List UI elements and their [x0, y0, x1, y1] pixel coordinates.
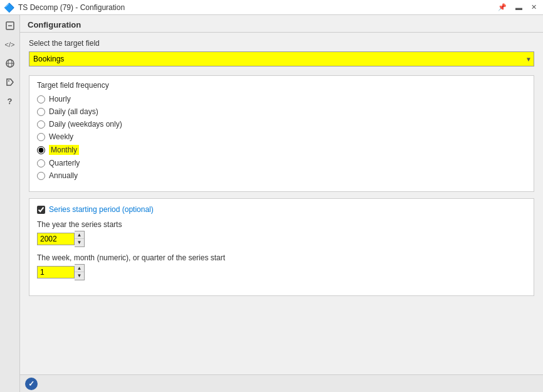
year-decrement-button[interactable]: ▼	[75, 239, 84, 246]
year-spinner: ▲ ▼	[37, 231, 87, 247]
period-field-group: The week, month (numeric), or quarter of…	[37, 253, 526, 280]
target-field-dropdown[interactable]: Bookings	[29, 51, 534, 66]
series-header: Series starting period (optional)	[37, 205, 526, 214]
series-checkbox[interactable]	[37, 206, 45, 214]
radio-monthly-input[interactable]	[37, 146, 45, 154]
panel-title: Configuration	[28, 20, 81, 29]
status-icon: ✓	[25, 378, 38, 390]
year-increment-button[interactable]: ▲	[75, 231, 84, 239]
pin-button[interactable]: 📌	[495, 3, 509, 11]
bottom-bar: ✓	[20, 374, 543, 392]
radio-weekly-input[interactable]	[37, 133, 45, 141]
radio-weekly[interactable]: Weekly	[37, 132, 526, 141]
period-decrement-button[interactable]: ▼	[75, 272, 84, 280]
main-layout: </> ? Configuration Select the target fi…	[0, 15, 543, 392]
title-bar-icon: 🔷	[4, 3, 14, 13]
frequency-group: Target field frequency Hourly Daily (all…	[29, 75, 534, 192]
window-title: TS Decomp (79) - Configuration	[18, 3, 125, 12]
content-panel: Configuration Select the target field Bo…	[20, 15, 543, 392]
radio-annually-label: Annually	[49, 171, 78, 180]
radio-annually-input[interactable]	[37, 172, 45, 180]
period-spinner-buttons: ▲ ▼	[75, 264, 85, 280]
series-header-label: Series starting period (optional)	[49, 205, 154, 214]
globe-icon[interactable]	[3, 56, 17, 70]
minimize-button[interactable]: ▬	[513, 4, 525, 11]
title-bar-controls: 📌 ▬ ✕	[495, 3, 539, 11]
title-bar: 🔷 TS Decomp (79) - Configuration 📌 ▬ ✕	[0, 0, 543, 15]
radio-hourly-label: Hourly	[49, 95, 71, 103]
svg-point-5	[8, 80, 9, 82]
radio-annually[interactable]: Annually	[37, 171, 526, 180]
select-field-label: Select the target field	[29, 39, 534, 48]
code-icon[interactable]: </>	[3, 38, 17, 51]
year-field-label: The year the series starts	[37, 220, 526, 229]
year-input[interactable]	[37, 233, 75, 245]
radio-daily-all-label: Daily (all days)	[49, 107, 98, 116]
year-spinner-buttons: ▲ ▼	[75, 231, 85, 247]
radio-daily-all-input[interactable]	[37, 108, 45, 116]
sidebar: </> ?	[0, 15, 20, 392]
radio-daily-all[interactable]: Daily (all days)	[37, 107, 526, 116]
radio-daily-weekdays-input[interactable]	[37, 120, 45, 129]
radio-monthly-label: Monthly	[49, 145, 79, 155]
tag-icon[interactable]	[3, 75, 17, 89]
period-field-label: The week, month (numeric), or quarter of…	[37, 253, 526, 262]
radio-quarterly-input[interactable]	[37, 159, 45, 167]
period-input[interactable]	[37, 266, 75, 278]
frequency-legend: Target field frequency	[37, 81, 526, 90]
period-increment-button[interactable]: ▲	[75, 265, 84, 272]
radio-daily-weekdays-label: Daily (weekdays only)	[49, 120, 122, 129]
radio-monthly[interactable]: Monthly	[37, 145, 526, 155]
title-bar-left: 🔷 TS Decomp (79) - Configuration	[4, 3, 125, 13]
panel-header: Configuration	[20, 15, 543, 33]
series-section: Series starting period (optional) The ye…	[29, 198, 534, 296]
radio-hourly[interactable]: Hourly	[37, 95, 526, 103]
help-icon[interactable]: ?	[3, 94, 17, 108]
period-spinner: ▲ ▼	[37, 264, 87, 280]
radio-quarterly[interactable]: Quarterly	[37, 159, 526, 167]
check-icon: ✓	[28, 379, 34, 388]
panel-content: Select the target field Bookings ▼ Targe…	[20, 33, 543, 374]
radio-quarterly-label: Quarterly	[49, 159, 80, 167]
radio-daily-weekdays[interactable]: Daily (weekdays only)	[37, 120, 526, 129]
target-field-dropdown-container: Bookings ▼	[29, 51, 534, 66]
close-button[interactable]: ✕	[529, 3, 539, 11]
radio-hourly-input[interactable]	[37, 95, 45, 103]
cursor-icon[interactable]	[3, 19, 17, 33]
year-field-group: The year the series starts ▲ ▼	[37, 220, 526, 247]
radio-weekly-label: Weekly	[49, 132, 73, 141]
